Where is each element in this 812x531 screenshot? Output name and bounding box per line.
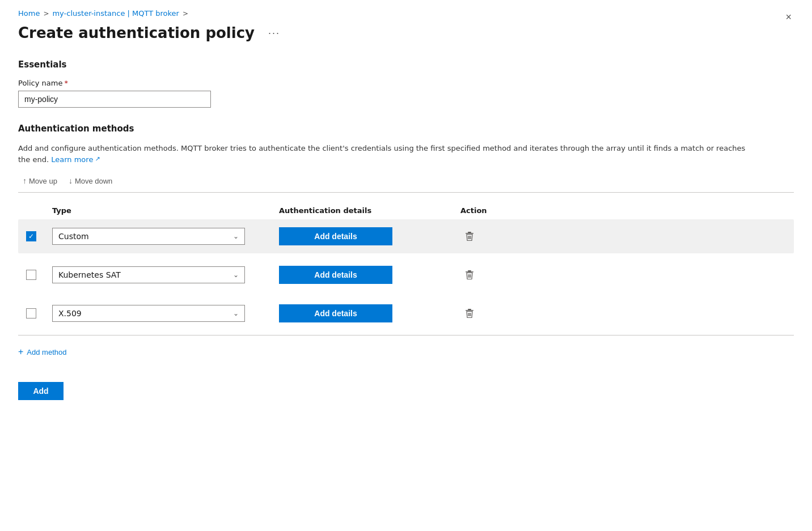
row2-chevron-icon: ⌄ [233, 271, 239, 279]
row3-type-value: X.509 [58, 309, 82, 318]
row2-delete-button[interactable] [460, 266, 479, 284]
row3-add-details-button[interactable]: Add details [279, 304, 392, 322]
row1-type-select[interactable]: Custom ⌄ [52, 228, 245, 245]
breadcrumb-sep1: > [43, 10, 49, 18]
breadcrumb-home[interactable]: Home [18, 9, 40, 18]
breadcrumb-sep2: > [183, 10, 188, 18]
col-check-header [18, 206, 52, 215]
row1-chevron-icon: ⌄ [233, 232, 239, 240]
row1-add-details-button[interactable]: Add details [279, 227, 392, 245]
row2-type-select[interactable]: Kubernetes SAT ⌄ [52, 266, 245, 283]
table-header: Type Authentication details Action [18, 202, 794, 219]
row2-action-col [460, 266, 528, 284]
learn-more-link[interactable]: Learn more↗ [51, 154, 100, 165]
move-down-icon: ↓ [69, 176, 73, 185]
move-down-button[interactable]: ↓ Move down [64, 174, 117, 188]
row2-type-col: Kubernetes SAT ⌄ [52, 266, 279, 283]
row3-chevron-icon: ⌄ [233, 309, 239, 317]
essentials-section-title: Essentials [18, 60, 794, 70]
row1-trash-icon [464, 231, 475, 242]
breadcrumb: Home > my-cluster-instance | MQTT broker… [18, 9, 794, 18]
policy-name-label: Policy name* [18, 79, 794, 87]
policy-name-input[interactable] [18, 91, 211, 108]
svg-rect-5 [468, 270, 471, 271]
row3-type-select[interactable]: X.509 ⌄ [52, 305, 245, 322]
col-action-header: Action [460, 206, 528, 215]
row3-checkbox[interactable] [26, 308, 36, 318]
row2-auth-col: Add details [279, 266, 460, 284]
table-row: Kubernetes SAT ⌄ Add details [18, 258, 794, 292]
row2-checkbox[interactable] [26, 270, 36, 280]
add-method-label: Add method [27, 348, 66, 356]
row-gap-1 [18, 253, 794, 258]
row3-auth-col: Add details [279, 304, 460, 322]
svg-rect-1 [466, 233, 473, 234]
toolbar-divider [18, 192, 794, 193]
add-method-button[interactable]: + Add method [18, 345, 66, 359]
move-up-label: Move up [29, 177, 57, 185]
close-button[interactable]: × [783, 9, 794, 26]
external-link-icon: ↗ [95, 155, 100, 164]
row3-check-col [18, 308, 52, 318]
svg-rect-10 [468, 309, 471, 310]
move-up-button[interactable]: ↑ Move up [18, 174, 62, 188]
svg-rect-6 [466, 271, 473, 273]
add-button[interactable]: Add [18, 382, 64, 400]
page-header: Create authentication policy ··· [18, 24, 794, 41]
svg-rect-11 [466, 310, 473, 311]
table-row: X.509 ⌄ Add details [18, 296, 794, 330]
col-type-header: Type [52, 206, 279, 215]
row3-type-col: X.509 ⌄ [52, 305, 279, 322]
page-title: Create authentication policy [18, 24, 255, 41]
row1-delete-button[interactable] [460, 227, 479, 245]
row3-trash-icon [464, 308, 475, 319]
col-auth-header: Authentication details [279, 206, 460, 215]
more-options-button[interactable]: ··· [264, 26, 285, 40]
row2-add-details-button[interactable]: Add details [279, 266, 392, 284]
row2-check-col [18, 270, 52, 280]
row1-check-col [18, 231, 52, 241]
row1-auth-col: Add details [279, 227, 460, 245]
essentials-section: Essentials Policy name* [18, 60, 794, 108]
svg-rect-0 [468, 232, 471, 233]
page-container: Home > my-cluster-instance | MQTT broker… [0, 0, 812, 531]
move-up-icon: ↑ [23, 176, 27, 185]
required-indicator: * [64, 79, 68, 87]
row-gap-2 [18, 292, 794, 296]
row3-delete-button[interactable] [460, 304, 479, 322]
add-method-divider [18, 335, 794, 335]
toolbar: ↑ Move up ↓ Move down [18, 174, 794, 192]
row2-type-value: Kubernetes SAT [58, 270, 121, 279]
auth-methods-table: Type Authentication details Action Custo… [18, 202, 794, 330]
table-row: Custom ⌄ Add details [18, 219, 794, 253]
row1-type-value: Custom [58, 232, 89, 241]
row1-action-col [460, 227, 528, 245]
move-down-label: Move down [75, 177, 112, 185]
row2-trash-icon [464, 269, 475, 281]
auth-methods-description: Add and configure authentication methods… [18, 143, 755, 165]
row3-action-col [460, 304, 528, 322]
auth-methods-section: Authentication methods Add and configure… [18, 124, 794, 400]
add-method-plus-icon: + [18, 347, 23, 357]
breadcrumb-cluster[interactable]: my-cluster-instance | MQTT broker [52, 9, 179, 18]
submit-area: Add [18, 373, 794, 400]
row1-checkbox[interactable] [26, 231, 36, 241]
row1-type-col: Custom ⌄ [52, 228, 279, 245]
auth-methods-title: Authentication methods [18, 124, 794, 134]
